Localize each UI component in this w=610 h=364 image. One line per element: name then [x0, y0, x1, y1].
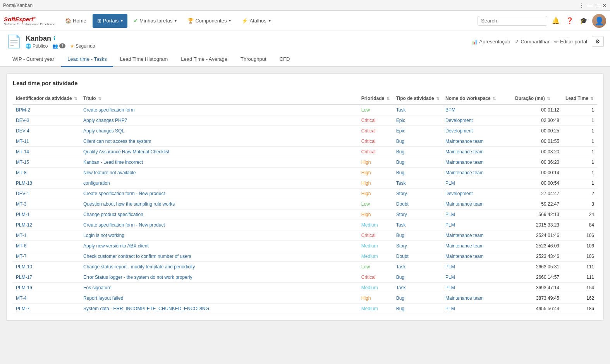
- share-btn[interactable]: ↗ Compartilhar: [515, 39, 549, 45]
- row-workspace-link[interactable]: PLM: [445, 222, 455, 228]
- row-priority-link[interactable]: High: [361, 160, 371, 165]
- row-workspace-link[interactable]: PLM: [445, 180, 455, 186]
- row-title-link[interactable]: Change product specification: [83, 212, 143, 217]
- row-title-link[interactable]: System data - ERR_INCOMPLETE_CHUNKED_ENC…: [83, 306, 209, 311]
- sort-icon-priority[interactable]: ⇅: [387, 96, 390, 101]
- sort-icon-leadtime[interactable]: ⇅: [590, 96, 593, 101]
- row-priority-link[interactable]: Low: [361, 264, 370, 270]
- row-title-link[interactable]: Quality Assurance Raw Material Checklist: [83, 149, 169, 155]
- row-title-link[interactable]: Create specification form - New product: [83, 222, 165, 228]
- row-priority-link[interactable]: Medium: [361, 222, 378, 228]
- row-type-link[interactable]: Task: [396, 107, 406, 113]
- sort-icon-type[interactable]: ⇅: [436, 96, 439, 101]
- row-workspace-link[interactable]: Maintenance team: [445, 233, 484, 238]
- row-id-link[interactable]: DEV-3: [16, 118, 29, 123]
- row-type-link[interactable]: Bug: [396, 295, 404, 301]
- row-title-link[interactable]: Error Status logger - the system do not …: [83, 275, 192, 280]
- row-id-link[interactable]: PLM-10: [16, 264, 32, 270]
- row-workspace-link[interactable]: Maintenance team: [445, 139, 484, 144]
- tab-wip[interactable]: WIP - Current year: [6, 52, 60, 67]
- row-id-link[interactable]: PLM-18: [16, 180, 32, 186]
- sort-icon-duration[interactable]: ⇅: [547, 96, 550, 101]
- row-id-link[interactable]: MT-11: [16, 139, 29, 144]
- row-workspace-link[interactable]: Maintenance team: [445, 170, 484, 175]
- row-title-link[interactable]: Check customer contract to confirm numbe…: [83, 254, 191, 259]
- row-priority-link[interactable]: Critical: [361, 149, 376, 155]
- tab-cfd[interactable]: CFD: [273, 52, 296, 67]
- learn-btn[interactable]: 🎓: [578, 15, 589, 26]
- row-type-link[interactable]: Epic: [396, 118, 405, 123]
- tab-lead-time-histogram[interactable]: Lead Time Histogram: [114, 52, 174, 67]
- row-type-link[interactable]: Story: [396, 191, 407, 196]
- row-title-link[interactable]: Apply changes PHP7: [83, 118, 127, 123]
- table-wrapper[interactable]: Identificador da atividade ⇅ Título ⇅ Pr…: [13, 93, 597, 314]
- row-id-link[interactable]: PLM-1: [16, 212, 29, 217]
- row-workspace-link[interactable]: Maintenance team: [445, 243, 484, 249]
- row-id-link[interactable]: PLM-12: [16, 222, 32, 228]
- row-title-link[interactable]: Fos signature: [83, 285, 112, 290]
- row-priority-link[interactable]: High: [361, 191, 371, 196]
- sort-icon-workspace[interactable]: ⇅: [493, 96, 496, 101]
- row-title-link[interactable]: Create specification form - New product: [83, 191, 165, 196]
- row-workspace-link[interactable]: Maintenance team: [445, 201, 484, 207]
- user-avatar[interactable]: 👤: [592, 14, 606, 28]
- row-workspace-link[interactable]: Maintenance team: [445, 160, 484, 165]
- nav-minhas-tarefas[interactable]: ✔ Minhas tarefas ▾: [129, 14, 181, 28]
- row-id-link[interactable]: PLM-16: [16, 285, 32, 290]
- search-input[interactable]: [478, 16, 547, 26]
- nav-componentes[interactable]: 🏆 Componentes ▾: [183, 14, 235, 28]
- row-type-link[interactable]: Task: [396, 285, 406, 290]
- maximize-btn[interactable]: □: [596, 2, 599, 9]
- help-btn[interactable]: ❓: [564, 15, 575, 26]
- row-title-link[interactable]: Question about how the sampling rule wor…: [83, 201, 175, 207]
- row-priority-link[interactable]: Critical: [361, 233, 376, 238]
- tab-throughput[interactable]: Throughput: [234, 52, 273, 67]
- nav-portais[interactable]: ⊞ Portais ▾: [93, 14, 127, 28]
- row-workspace-link[interactable]: Development: [445, 128, 473, 134]
- row-priority-link[interactable]: High: [361, 295, 371, 301]
- row-priority-link[interactable]: Medium: [361, 306, 378, 311]
- row-priority-link[interactable]: Low: [361, 107, 370, 113]
- row-workspace-link[interactable]: Maintenance team: [445, 295, 484, 301]
- close-btn[interactable]: ✕: [602, 2, 607, 9]
- sort-icon-id[interactable]: ⇅: [74, 96, 77, 101]
- row-id-link[interactable]: MT-14: [16, 149, 29, 155]
- minimize-btn[interactable]: —: [588, 2, 593, 9]
- row-id-link[interactable]: MT-3: [16, 201, 26, 207]
- row-id-link[interactable]: DEV-4: [16, 128, 29, 134]
- row-workspace-link[interactable]: PLM: [445, 275, 455, 280]
- row-type-link[interactable]: Doubt: [396, 201, 409, 207]
- sort-icon-title[interactable]: ⇅: [98, 96, 101, 101]
- nav-atalhos[interactable]: ⚡ Atalhos ▾: [237, 14, 275, 28]
- gear-btn[interactable]: ⚙: [592, 36, 604, 47]
- row-id-link[interactable]: MT-6: [16, 243, 26, 249]
- row-workspace-link[interactable]: Maintenance team: [445, 254, 484, 259]
- notifications-btn[interactable]: 🔔: [550, 15, 561, 26]
- row-type-link[interactable]: Epic: [396, 128, 405, 134]
- row-type-link[interactable]: Task: [396, 180, 406, 186]
- row-id-link[interactable]: MT-7: [16, 254, 26, 259]
- presentation-btn[interactable]: 📊 Apresentação: [471, 39, 510, 45]
- row-priority-link[interactable]: Critical: [361, 139, 376, 144]
- row-id-link[interactable]: MT-15: [16, 160, 29, 165]
- row-workspace-link[interactable]: PLM: [445, 264, 455, 270]
- row-id-link[interactable]: MT-4: [16, 295, 26, 301]
- row-id-link[interactable]: BPM-2: [16, 107, 30, 113]
- row-priority-link[interactable]: Medium: [361, 243, 378, 249]
- row-type-link[interactable]: Story: [396, 212, 407, 217]
- row-priority-link[interactable]: Medium: [361, 285, 378, 290]
- row-id-link[interactable]: MT-8: [16, 170, 26, 175]
- tab-lead-time-tasks[interactable]: Lead time - Tasks: [61, 52, 113, 67]
- row-priority-link[interactable]: Low: [361, 201, 370, 207]
- row-workspace-link[interactable]: PLM: [445, 285, 455, 290]
- row-workspace-link[interactable]: PLM: [445, 306, 455, 311]
- row-title-link[interactable]: configuration: [83, 180, 110, 186]
- row-priority-link[interactable]: Critical: [361, 275, 376, 280]
- row-title-link[interactable]: Client can not access the system: [83, 139, 151, 144]
- row-id-link[interactable]: MT-1: [16, 233, 26, 238]
- menu-icon[interactable]: ⋮: [579, 2, 584, 9]
- edit-portal-btn[interactable]: ✏ Editar portal: [554, 39, 587, 45]
- row-type-link[interactable]: Task: [396, 222, 406, 228]
- row-type-link[interactable]: Bug: [396, 306, 404, 311]
- row-priority-link[interactable]: High: [361, 180, 371, 186]
